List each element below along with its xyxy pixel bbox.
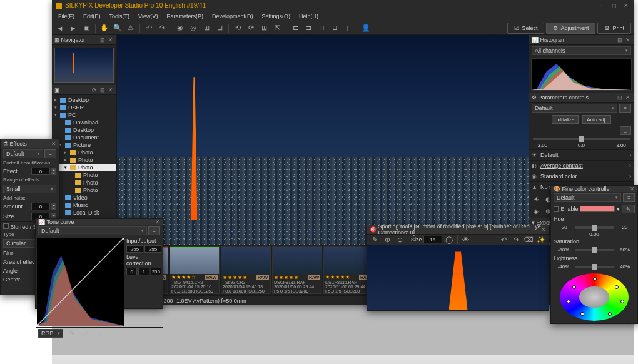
tree-item[interactable]: ▾Photo	[52, 164, 116, 171]
tool-icon[interactable]: ◎	[188, 23, 199, 34]
pin-icon[interactable]: ⊟	[99, 37, 106, 43]
tree-item[interactable]: Desktop	[52, 126, 116, 134]
text-icon[interactable]: T	[342, 23, 353, 34]
tone-curve-graph[interactable]	[37, 238, 124, 326]
color-link[interactable]: Standard color	[540, 173, 577, 179]
menu-item[interactable]: View(V)	[134, 13, 161, 20]
menu-icon[interactable]: ≡	[619, 104, 631, 113]
close-icon[interactable]: ✕	[625, 37, 631, 43]
menu-icon[interactable]: ≡	[44, 149, 56, 158]
redo-icon[interactable]: ↷	[156, 23, 168, 34]
eyedropper-icon[interactable]: ✎	[369, 234, 380, 245]
wand-icon[interactable]: ✨	[535, 234, 547, 245]
spin-down[interactable]: ▾	[51, 206, 56, 210]
tree-item[interactable]: ▸Photo	[52, 156, 116, 164]
crop-icon[interactable]: ⊓	[316, 23, 327, 34]
rgb-dropdown[interactable]: RGB	[38, 329, 63, 338]
sat-slider[interactable]: -60%60%	[551, 246, 637, 254]
contrast-link[interactable]: Average contrast	[540, 163, 583, 169]
thumbnail[interactable]: ★★★★★RAW_S692.CR22020/01/04 19:45:18F8.0…	[221, 246, 271, 294]
tree-item[interactable]: Photo	[52, 186, 116, 194]
initialize-button[interactable]: Initialize	[552, 115, 579, 124]
tree-item[interactable]: ▾USER	[52, 104, 116, 111]
menu-item[interactable]: Settings(O)	[258, 13, 294, 20]
folder-icon[interactable]: ▣	[81, 23, 92, 34]
tool-icon[interactable]: ⊞	[201, 23, 212, 34]
param-default-dropdown[interactable]: Default	[532, 104, 617, 113]
select-button[interactable]: ☑Select	[507, 23, 544, 34]
enable-checkbox[interactable]	[554, 206, 559, 212]
menu-item[interactable]: Parameters(P)	[163, 13, 207, 20]
histogram-channel-dropdown[interactable]: All channels	[532, 46, 631, 55]
close-icon[interactable]: ✕	[155, 219, 160, 225]
stamp-icon[interactable]: ⊕	[382, 234, 393, 245]
tree-item[interactable]: Local Disk	[52, 209, 116, 216]
tone-default-dropdown[interactable]: Default	[38, 226, 147, 235]
ev-icon[interactable]: ±	[620, 126, 631, 135]
close-icon[interactable]: ✕	[630, 186, 635, 192]
undo-icon[interactable]: ↶	[143, 23, 154, 34]
eyedropper-icon[interactable]: ✎	[622, 205, 635, 213]
pin-icon[interactable]: ⊟	[99, 87, 106, 93]
user-icon[interactable]: 👤	[360, 23, 372, 34]
thumbnail[interactable]: ★★★★★RAWDSCF8131.RAF2020/01/06 05:29:44F…	[272, 246, 322, 294]
grid-icon[interactable]: ⊞	[258, 23, 270, 34]
tree-item[interactable]: Photo	[52, 179, 116, 186]
menu-icon[interactable]: ≡	[623, 193, 635, 202]
thumbnail[interactable]: ★★★★☆RAW_MG_9415.CR22020/01/04 15:20:16F…	[170, 246, 220, 294]
rotate-right-icon[interactable]: ⟳	[245, 23, 256, 34]
thumbnail[interactable]: ★★★★★RAWDSCF8136.RAF2020/01/06 05:29:44F…	[323, 246, 373, 294]
close-icon[interactable]: ✕	[625, 94, 631, 101]
fc-default-dropdown[interactable]: Default	[554, 193, 621, 202]
level2[interactable]: 255	[151, 268, 161, 275]
pin-icon[interactable]: ⊟	[617, 37, 623, 43]
brush-icon[interactable]: ⊖	[394, 234, 405, 245]
tool-icon[interactable]: ◈	[531, 206, 541, 216]
spot-preview[interactable]	[367, 245, 549, 310]
crop-icon[interactable]: ⊔	[329, 23, 340, 34]
redo-icon[interactable]: ↷	[510, 234, 522, 245]
color-swatch[interactable]	[580, 206, 615, 212]
menu-item[interactable]: File(F)	[54, 13, 78, 20]
menu-item[interactable]: Tools(T)	[106, 13, 134, 20]
curve-tool-icon[interactable]: ⟋	[79, 328, 91, 339]
close-icon[interactable]: ✕	[108, 87, 114, 93]
crop-icon[interactable]: ⊐	[303, 23, 314, 34]
minimize-button[interactable]: −	[597, 2, 605, 9]
pin-icon[interactable]: ⊟	[617, 94, 623, 101]
adjustment-button[interactable]: ⚙Adjustment	[546, 23, 595, 34]
tree-item[interactable]: Music	[52, 201, 116, 209]
eraser-icon[interactable]: ⌫	[523, 234, 534, 245]
exposure-slider[interactable]	[529, 136, 634, 141]
print-button[interactable]: 🖶Print	[597, 23, 631, 34]
default-link[interactable]: Default	[540, 152, 559, 158]
chevron-icon[interactable]: ›	[629, 163, 631, 169]
refresh-icon[interactable]: ⟳	[91, 87, 98, 93]
navigator-thumbnail[interactable]	[54, 48, 114, 83]
input-value[interactable]: 255	[126, 245, 143, 253]
menu-item[interactable]: Development(D)	[208, 13, 257, 20]
effects-default-dropdown[interactable]: Default	[3, 149, 43, 158]
rotate-left-icon[interactable]: ⟲	[232, 23, 243, 34]
menu-icon[interactable]: ≡	[148, 226, 160, 235]
level0[interactable]: 0	[126, 268, 137, 275]
circle-icon[interactable]: ◯	[443, 234, 455, 245]
tree-item[interactable]: Photo	[52, 171, 116, 179]
chevron-icon[interactable]: ›	[629, 173, 631, 179]
crop-icon[interactable]: ⊏	[290, 23, 301, 34]
undo-icon[interactable]: ↶	[498, 234, 509, 245]
hue-slider[interactable]: -2020	[551, 223, 637, 231]
tree-item[interactable]: ▸Desktop	[52, 96, 116, 104]
light-slider[interactable]: -40%40%	[551, 263, 637, 271]
warning-icon[interactable]: ⚠	[125, 23, 136, 34]
close-icon[interactable]: ✕	[108, 37, 114, 43]
close-button[interactable]: ✕	[622, 2, 630, 9]
tree-item[interactable]: Video	[52, 194, 116, 201]
tree-item[interactable]: ▾PC	[52, 111, 116, 119]
image-preview[interactable]	[117, 35, 529, 245]
export-icon[interactable]: ⇱	[271, 23, 283, 34]
tree-item[interactable]: Download	[52, 119, 116, 126]
tool-icon[interactable]: ☀	[531, 194, 541, 204]
tree-item[interactable]: ▸Photo	[52, 149, 116, 156]
zoom-icon[interactable]: 🔍	[112, 23, 123, 34]
